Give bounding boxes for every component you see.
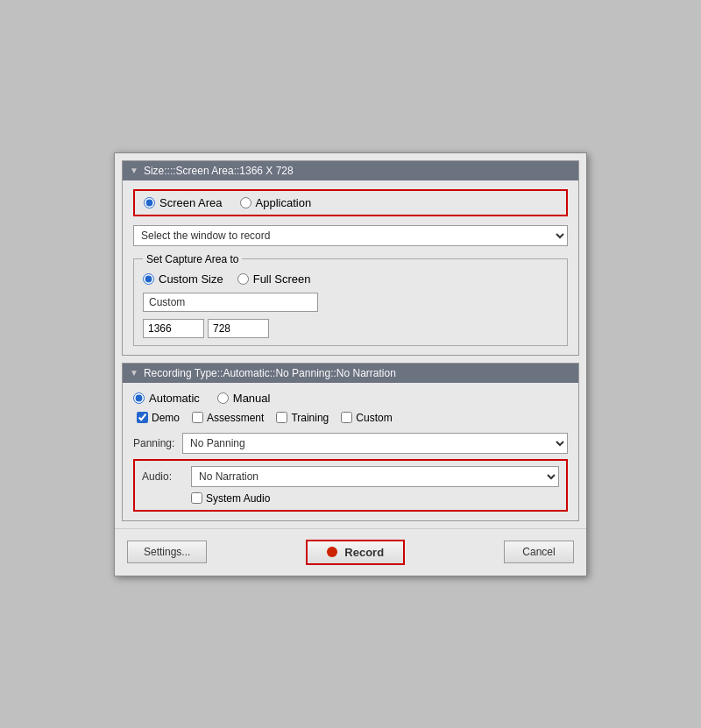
- record-label: Record: [344, 546, 384, 559]
- audio-label: Audio:: [142, 470, 184, 483]
- recording-section-body: Automatic Manual Demo Assessment: [123, 383, 578, 520]
- custom-size-radio[interactable]: [143, 273, 154, 285]
- section2-arrow-icon: ▼: [130, 368, 138, 378]
- manual-radio[interactable]: [217, 392, 229, 404]
- size-section-header: ▼ Size::::Screen Area::1366 X 728: [123, 161, 578, 180]
- audio-row: Audio: No Narration Microphone System Au…: [142, 466, 559, 487]
- training-checkbox-option[interactable]: Training: [276, 412, 329, 424]
- panning-label: Panning:: [133, 437, 175, 449]
- button-bar: Settings... Record Cancel: [115, 528, 586, 576]
- application-label: Application: [256, 196, 312, 209]
- screen-area-radio-option[interactable]: Screen Area: [144, 196, 223, 209]
- application-radio[interactable]: [240, 197, 251, 209]
- panning-dropdown[interactable]: No Panning Auto Panning Manual Panning: [182, 433, 568, 454]
- size-section-title: Size::::Screen Area::1366 X 728: [144, 165, 294, 177]
- custom-label: Custom: [356, 412, 392, 424]
- system-audio-row: System Audio: [191, 492, 559, 505]
- dimension-inputs-row: [143, 319, 558, 338]
- automatic-label: Automatic: [149, 392, 200, 405]
- demo-checkbox-option[interactable]: Demo: [137, 412, 180, 424]
- system-audio-label: System Audio: [206, 492, 270, 505]
- assessment-checkbox-option[interactable]: Assessment: [192, 412, 264, 424]
- system-audio-checkbox-option[interactable]: System Audio: [191, 492, 270, 505]
- record-button[interactable]: Record: [306, 540, 405, 565]
- automatic-radio-option[interactable]: Automatic: [133, 392, 200, 405]
- record-dot-icon: [327, 547, 337, 557]
- recording-type-header: ▼ Recording Type::Automatic::No Panning:…: [123, 364, 578, 383]
- cancel-button[interactable]: Cancel: [504, 541, 574, 563]
- capture-source-group: Screen Area Application: [133, 189, 568, 216]
- recording-type-section: ▼ Recording Type::Automatic::No Panning:…: [122, 363, 579, 521]
- select-window-dropdown[interactable]: Select the window to record: [133, 225, 568, 246]
- audio-highlighted-group: Audio: No Narration Microphone System Au…: [133, 459, 568, 512]
- custom-dropdown-row: Custom 1366 x 768 1280 x 720 1920 x 1080: [143, 293, 558, 312]
- size-section: ▼ Size::::Screen Area::1366 X 728 Screen…: [122, 160, 579, 356]
- panning-row: Panning: No Panning Auto Panning Manual …: [133, 433, 568, 454]
- height-input[interactable]: [208, 319, 269, 338]
- application-radio-option[interactable]: Application: [240, 196, 312, 209]
- capture-size-radio-row: Custom Size Full Screen: [143, 272, 558, 286]
- capture-area-legend: Set Capture Area to: [143, 253, 242, 265]
- custom-preset-wrapper: Custom 1366 x 768 1280 x 720 1920 x 1080: [143, 293, 318, 312]
- custom-size-radio-option[interactable]: Custom Size: [143, 272, 223, 286]
- width-input[interactable]: [143, 319, 204, 338]
- capture-area-fieldset: Set Capture Area to Custom Size Full Scr…: [133, 253, 568, 346]
- main-dialog: ▼ Size::::Screen Area::1366 X 728 Screen…: [114, 152, 587, 576]
- training-label: Training: [291, 412, 329, 424]
- assessment-checkbox[interactable]: [192, 412, 203, 423]
- demo-label: Demo: [152, 412, 180, 424]
- full-screen-label: Full Screen: [253, 272, 311, 286]
- custom-checkbox[interactable]: [341, 412, 352, 423]
- automatic-radio[interactable]: [133, 392, 145, 404]
- custom-size-label: Custom Size: [159, 272, 223, 286]
- mode-checkboxes-row: Demo Assessment Training Custom: [137, 412, 568, 424]
- manual-label: Manual: [233, 392, 271, 405]
- audio-dropdown[interactable]: No Narration Microphone System Audio Bot…: [191, 466, 559, 487]
- section1-arrow-icon: ▼: [130, 166, 138, 175]
- demo-checkbox[interactable]: [137, 412, 148, 423]
- full-screen-radio-option[interactable]: Full Screen: [237, 272, 311, 286]
- full-screen-radio[interactable]: [237, 273, 249, 285]
- screen-area-label: Screen Area: [159, 196, 223, 209]
- custom-checkbox-option[interactable]: Custom: [341, 412, 392, 424]
- training-checkbox[interactable]: [276, 412, 287, 423]
- auto-manual-row: Automatic Manual: [133, 392, 568, 405]
- custom-preset-dropdown[interactable]: Custom 1366 x 768 1280 x 720 1920 x 1080: [143, 293, 318, 312]
- assessment-label: Assessment: [207, 412, 264, 424]
- settings-button[interactable]: Settings...: [127, 541, 207, 563]
- system-audio-checkbox[interactable]: [191, 492, 202, 504]
- screen-area-radio[interactable]: [144, 197, 155, 209]
- recording-type-title: Recording Type::Automatic::No Panning::N…: [144, 367, 396, 379]
- manual-radio-option[interactable]: Manual: [217, 392, 271, 405]
- size-section-body: Screen Area Application Select the windo…: [123, 180, 578, 355]
